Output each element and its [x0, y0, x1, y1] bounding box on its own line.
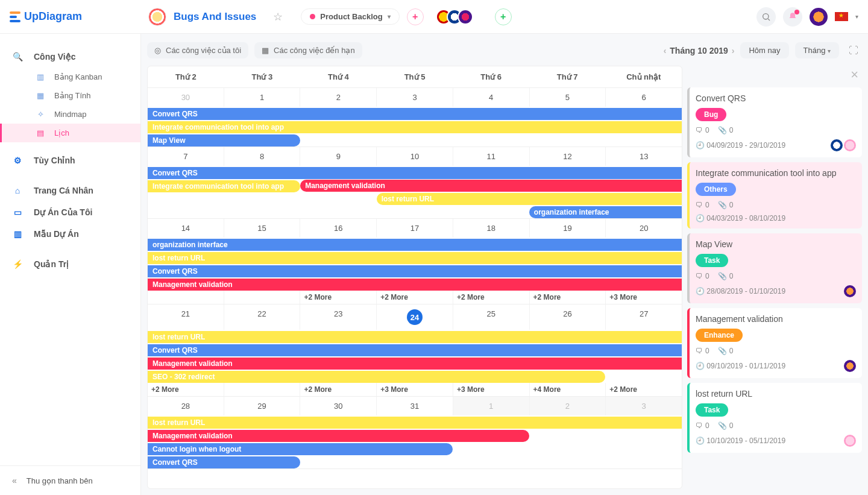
add-member-button[interactable]: + [495, 8, 512, 25]
calendar-event[interactable]: Management validation [148, 279, 682, 291]
calendar-event[interactable]: Management validation [300, 180, 682, 192]
task-card[interactable]: Map ViewTask🗨0📎0🕘 28/08/2019 - 01/10/201… [687, 233, 862, 303]
more-events[interactable]: +2 More [377, 291, 453, 304]
member-avatars[interactable] [436, 9, 473, 25]
calendar-day[interactable]: 1 [453, 397, 530, 415]
calendar-event[interactable]: Convert QRS [148, 344, 682, 356]
calendar-event[interactable]: lost return URL [148, 252, 682, 264]
sidebar-item-templates[interactable]: ▥ Mẫu Dự Án [0, 223, 140, 245]
sidebar-item-mindmap[interactable]: ✧ Mindmap [0, 105, 140, 124]
calendar-event[interactable]: SEO - 302 redirect [148, 371, 605, 383]
sidebar-item-projects[interactable]: ▭ Dự Án Của Tôi [0, 201, 140, 223]
task-card[interactable]: Convert QRSBug🗨0📎0🕘 04/09/2019 - 29/10/2… [687, 87, 862, 157]
calendar-day[interactable]: 30 [300, 397, 377, 415]
calendar-event[interactable]: Convert QRS [148, 456, 300, 468]
calendar-day[interactable]: 19 [530, 219, 606, 238]
more-events[interactable]: +2 More [148, 383, 224, 396]
calendar-day[interactable]: 15 [224, 219, 301, 238]
sidebar-item-calendar[interactable]: ▤ Lịch [0, 124, 140, 142]
calendar-day[interactable]: 16 [300, 219, 377, 238]
close-panel-button[interactable]: × [687, 66, 862, 83]
calendar-day[interactable]: 8 [224, 147, 301, 166]
more-events[interactable]: +2 More [606, 383, 682, 396]
calendar-day[interactable]: 9 [300, 147, 377, 166]
project-title[interactable]: Bugs And Issues [174, 11, 256, 23]
language-flag[interactable] [835, 12, 848, 21]
calendar-day[interactable]: 6 [606, 88, 682, 107]
sidebar-item-kanban[interactable]: ▥ Bảng Kanban [0, 68, 140, 86]
calendar-day[interactable]: 30 [148, 88, 224, 107]
calendar-day[interactable]: 31 [377, 397, 453, 415]
sidebar-item-customize[interactable]: ⚙ Tùy Chỉnh [0, 150, 140, 171]
more-events[interactable]: +3 More [377, 383, 453, 396]
calendar-event[interactable]: Convert QRS [148, 265, 682, 277]
add-pink-button[interactable]: + [407, 8, 424, 25]
calendar-event[interactable]: Map View [148, 134, 300, 147]
calendar-event[interactable]: lost return URL [148, 417, 682, 429]
calendar-day[interactable]: 14 [148, 219, 224, 238]
more-events[interactable]: +2 More [453, 291, 530, 304]
sidebar-collapse[interactable]: « Thu gọn thanh bên [0, 465, 140, 495]
calendar-day[interactable]: 23 [300, 304, 377, 330]
task-card[interactable]: Integrate communication tool into appOth… [687, 162, 862, 229]
calendar-day[interactable]: 7 [148, 147, 224, 166]
fullscreen-button[interactable]: ⛶ [845, 45, 862, 56]
more-events[interactable]: +2 More [530, 291, 606, 304]
calendar-day[interactable]: 4 [453, 88, 530, 107]
logo[interactable]: UpDiagram [10, 10, 82, 23]
calendar-day[interactable]: 2 [300, 88, 377, 107]
type-tag[interactable]: Task [696, 254, 728, 267]
type-tag[interactable]: Enhance [696, 329, 743, 342]
calendar-event[interactable]: Convert QRS [148, 108, 682, 120]
calendar-day[interactable]: 3 [606, 397, 682, 415]
sidebar-item-home[interactable]: ⌂ Trang Cá Nhân [0, 180, 140, 201]
calendar-day[interactable]: 27 [606, 304, 682, 330]
more-events[interactable]: +2 More [300, 383, 377, 396]
caret-down-icon[interactable]: ▾ [855, 13, 858, 20]
calendar-event[interactable]: Management validation [148, 358, 682, 370]
star-icon[interactable]: ☆ [273, 10, 283, 24]
today-button[interactable]: Hôm nay [740, 42, 788, 58]
calendar-event[interactable]: Management validation [148, 430, 529, 442]
calendar-day[interactable]: 1 [224, 88, 301, 107]
sidebar-item-work[interactable]: 🔍 Công Việc [0, 46, 140, 68]
calendar-event[interactable]: organization interface [148, 239, 682, 251]
task-card[interactable]: Management validationEnhance🗨0📎0🕘 09/10/… [687, 308, 862, 378]
calendar-day[interactable]: 22 [224, 304, 301, 330]
notifications-button[interactable] [783, 7, 802, 27]
calendar-event[interactable]: Convert QRS [148, 167, 682, 179]
calendar-day[interactable]: 20 [606, 219, 682, 238]
calendar-day[interactable]: 25 [453, 304, 530, 330]
user-avatar[interactable] [810, 8, 828, 26]
calendar-day[interactable]: 11 [453, 147, 530, 166]
calendar-day[interactable]: 2 [530, 397, 606, 415]
sidebar-item-sheet[interactable]: ▦ Bảng Tính [0, 86, 140, 105]
calendar-day[interactable]: 3 [377, 88, 453, 107]
calendar-day[interactable]: 21 [148, 304, 224, 330]
calendar-day[interactable]: 18 [453, 219, 530, 238]
calendar-day[interactable]: 28 [148, 397, 224, 415]
filter-due-tasks[interactable]: ▦ Các công việc đến hạn [254, 42, 362, 58]
next-month-button[interactable]: › [732, 46, 735, 55]
filter-my-tasks[interactable]: ◎ Các công việc của tôi [147, 42, 248, 58]
calendar-day[interactable]: 17 [377, 219, 453, 238]
task-card[interactable]: lost return URLTask🗨0📎0🕘 10/10/2019 - 05… [687, 383, 862, 453]
more-events[interactable]: +3 More [606, 291, 682, 304]
more-events[interactable]: +4 More [530, 383, 606, 396]
type-tag[interactable]: Task [696, 403, 728, 417]
calendar-day[interactable]: 29 [224, 397, 301, 415]
calendar-day[interactable]: 26 [530, 304, 606, 330]
prev-month-button[interactable]: ‹ [664, 46, 667, 55]
calendar-day[interactable]: 5 [530, 88, 606, 107]
calendar-day[interactable]: 13 [606, 147, 682, 166]
calendar-event[interactable]: Cannot login when logout [148, 443, 453, 455]
backlog-selector[interactable]: Product Backlog ▾ [301, 8, 399, 25]
calendar-event[interactable]: lost return URL [377, 193, 682, 205]
calendar-day[interactable]: 24 [377, 304, 453, 330]
type-tag[interactable]: Bug [696, 108, 726, 121]
search-button[interactable] [756, 7, 776, 27]
scale-selector[interactable]: Tháng ▾ [795, 42, 840, 58]
calendar-day[interactable]: 12 [530, 147, 606, 166]
more-events[interactable]: +2 More [300, 291, 377, 304]
calendar-event[interactable]: Integrate communication tool into app [148, 121, 682, 133]
